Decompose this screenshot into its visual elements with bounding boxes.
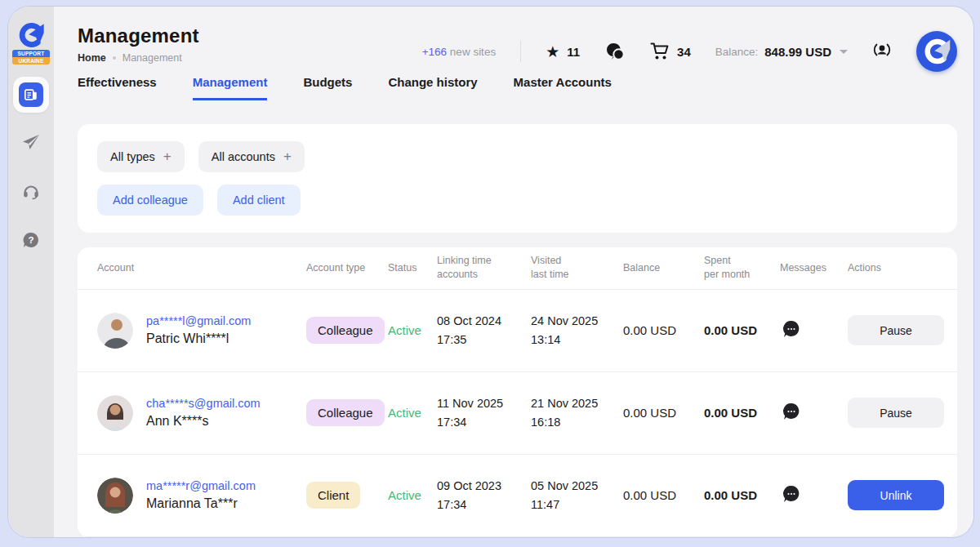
account-email[interactable]: ma*****r@gmail.com (146, 479, 256, 492)
app-window: SUPPORT UKRAINE (8, 7, 973, 537)
breadcrumb-home[interactable]: Home (78, 52, 106, 64)
tab-budgets[interactable]: Budgets (303, 75, 352, 98)
account-name: Patric Whi****l (146, 331, 251, 346)
balance-cell: 0.00 USD (623, 488, 704, 502)
plus-icon: + (163, 149, 172, 165)
chat-bubble-icon (781, 483, 802, 505)
col-messages: Messages (780, 261, 848, 275)
favorites-counter[interactable]: ★ 11 (546, 44, 580, 60)
account-cell: cha*****s@gmail.com Ann K****s (97, 395, 306, 431)
table-row: ma*****r@gmail.com Marianna Ta***r Clien… (78, 455, 957, 537)
divider (520, 41, 521, 62)
add-client-button[interactable]: Add client (217, 185, 301, 216)
voice-notification-icon[interactable] (872, 40, 892, 63)
col-account: Account (97, 261, 306, 275)
paper-plane-icon (21, 132, 41, 155)
support-ukraine-badge: SUPPORT UKRAINE (12, 50, 50, 64)
tab-master-accounts[interactable]: Master Accounts (514, 75, 612, 98)
account-name: Ann K****s (146, 414, 261, 429)
section-tabs: Effectiveness Management Budgets Change … (78, 75, 957, 108)
favorites-count: 11 (567, 45, 580, 59)
tab-management[interactable]: Management (193, 75, 268, 100)
sidebar: SUPPORT UKRAINE (8, 7, 54, 537)
balance-value: 848.99 USD (764, 45, 831, 59)
avatar (97, 478, 133, 514)
visited-time: 21 Nov 2025 16:18 (531, 394, 623, 431)
status-badge: Active (388, 488, 437, 502)
tab-effectiveness[interactable]: Effectiveness (78, 75, 157, 98)
sidebar-item-news[interactable] (13, 77, 49, 113)
add-colleague-button[interactable]: Add colleague (97, 185, 203, 216)
message-button[interactable] (780, 401, 803, 424)
col-balance: Balance (623, 261, 704, 275)
sidebar-item-help[interactable]: ? (13, 224, 49, 260)
account-email[interactable]: cha*****s@gmail.com (146, 397, 261, 410)
sidebar-item-support[interactable] (13, 175, 49, 211)
messages-counter[interactable] (604, 42, 626, 61)
balance-widget[interactable]: Balance: 848.99 USD (715, 45, 848, 59)
add-buttons: Add colleague Add client (97, 185, 938, 216)
pause-button[interactable]: Pause (848, 398, 944, 428)
table-row: cha*****s@gmail.com Ann K****s Colleague… (78, 372, 957, 455)
accounts-table-card: Account Account type Status Linking time… (78, 247, 957, 537)
message-button[interactable] (780, 483, 803, 506)
brand-logo[interactable]: SUPPORT UKRAINE (12, 23, 50, 64)
chat-bubble-icon (781, 318, 802, 340)
col-actions: Actions (848, 261, 938, 275)
account-type-badge: Colleague (306, 317, 385, 344)
balance-cell: 0.00 USD (623, 406, 704, 420)
help-bubble-icon: ? (21, 230, 41, 253)
table-header: Account Account type Status Linking time… (78, 247, 957, 290)
topbar-stats: +166 new sites ★ 11 (422, 24, 957, 72)
linking-time: 08 Oct 2024 17:35 (437, 312, 531, 349)
filters-card: All types + All accounts + Add colleague… (78, 124, 957, 233)
account-cell: ma*****r@gmail.com Marianna Ta***r (97, 478, 306, 514)
spent-cell: 0.00 USD (704, 406, 780, 420)
visited-time: 05 Nov 2025 11:47 (531, 477, 623, 514)
status-badge: Active (388, 406, 437, 420)
tab-change-history[interactable]: Change history (388, 75, 477, 98)
cart-icon (650, 42, 670, 60)
sidebar-nav: ? (13, 77, 49, 273)
spent-cell: 0.00 USD (704, 323, 780, 337)
pause-button[interactable]: Pause (848, 315, 944, 345)
page-title: Management (78, 24, 199, 47)
unlink-button[interactable]: Unlink (848, 480, 944, 510)
avatar (97, 313, 133, 349)
sidebar-item-referrals[interactable] (13, 126, 49, 162)
col-account-type: Account type (306, 261, 388, 275)
table-row: pa*****l@gmail.com Patric Whi****l Colle… (78, 290, 957, 372)
star-icon: ★ (546, 44, 559, 60)
topbar: Management Home Management +166 new site… (78, 7, 957, 75)
account-cell: pa*****l@gmail.com Patric Whi****l (97, 313, 306, 349)
all-accounts-filter[interactable]: All accounts + (198, 141, 305, 172)
visited-time: 24 Nov 2025 13:14 (531, 312, 623, 349)
col-status: Status (388, 261, 437, 275)
linking-time: 11 Nov 2025 17:34 (437, 394, 531, 431)
col-visited: Visited last time (531, 254, 623, 282)
cart-counter[interactable]: 34 (650, 42, 691, 60)
chat-bubble-icon (781, 401, 802, 422)
main-content: Management Home Management +166 new site… (54, 7, 973, 537)
spent-cell: 0.00 USD (704, 488, 780, 502)
col-linking-time: Linking time accounts (437, 254, 531, 282)
plus-icon: + (283, 149, 292, 165)
chevron-down-icon (840, 50, 848, 54)
new-sites-link[interactable]: +166 new sites (422, 46, 496, 58)
balance-cell: 0.00 USD (623, 323, 704, 337)
filter-chips: All types + All accounts + (97, 141, 938, 172)
chat-bubbles-icon (604, 42, 626, 61)
all-types-filter[interactable]: All types + (97, 141, 185, 172)
breadcrumb: Home Management (78, 52, 199, 64)
account-email[interactable]: pa*****l@gmail.com (146, 314, 251, 327)
account-name: Marianna Ta***r (146, 496, 256, 511)
linking-time: 09 Oct 2023 17:34 (437, 477, 531, 514)
collaborator-logo-icon (17, 23, 45, 47)
user-avatar[interactable] (916, 31, 957, 72)
col-spent: Spent per month (704, 254, 780, 282)
cart-count: 34 (677, 45, 691, 59)
account-type-badge: Colleague (306, 399, 385, 426)
status-badge: Active (388, 323, 437, 337)
message-button[interactable] (780, 318, 803, 341)
breadcrumb-separator (113, 56, 116, 60)
